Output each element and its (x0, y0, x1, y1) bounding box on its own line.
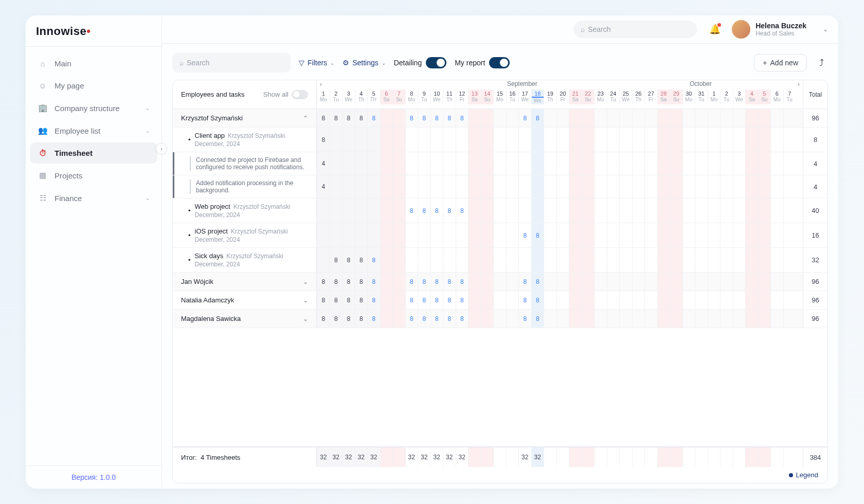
timesheet-cell[interactable] (720, 223, 733, 247)
timesheet-cell[interactable] (569, 109, 582, 127)
timesheet-cell[interactable] (380, 310, 393, 328)
timesheet-cell[interactable] (632, 152, 645, 175)
timesheet-cell[interactable] (708, 248, 721, 272)
day-header[interactable]: 17We (518, 89, 531, 104)
timesheet-cell[interactable] (544, 273, 556, 291)
timesheet-cell[interactable] (644, 128, 657, 152)
timesheet-cell[interactable] (708, 310, 721, 328)
timesheet-cell[interactable] (481, 447, 494, 467)
day-header[interactable]: 5Su (758, 89, 771, 104)
day-header[interactable]: 1Mo (317, 89, 330, 104)
timesheet-cell[interactable] (733, 199, 746, 223)
row-label[interactable]: Natalia Adamczyk⌄ (173, 291, 317, 309)
timesheet-cell[interactable] (544, 175, 556, 198)
timesheet-cell[interactable] (380, 273, 393, 291)
timesheet-cell[interactable] (594, 223, 607, 247)
timesheet-cell[interactable] (342, 223, 355, 247)
timesheet-cell[interactable] (644, 109, 657, 127)
timesheet-cell[interactable] (468, 109, 481, 127)
timesheet-cell[interactable] (619, 310, 632, 328)
timesheet-cell[interactable] (569, 273, 582, 291)
timesheet-cell[interactable] (569, 248, 582, 272)
timesheet-cell[interactable] (367, 199, 380, 223)
timesheet-cell[interactable] (569, 199, 582, 223)
day-header[interactable]: 4Th (355, 89, 368, 104)
timesheet-cell[interactable] (468, 175, 481, 198)
timesheet-cell[interactable]: 8 (418, 291, 430, 309)
timesheet-cell[interactable] (481, 223, 494, 247)
timesheet-cell[interactable] (770, 223, 783, 247)
timesheet-cell[interactable] (695, 447, 708, 467)
timesheet-cell[interactable] (380, 109, 393, 127)
day-header[interactable]: 25We (619, 89, 632, 104)
timesheet-cell[interactable] (657, 128, 670, 152)
day-header[interactable]: 31Tu (695, 89, 708, 104)
timesheet-cell[interactable] (518, 152, 531, 175)
timesheet-cell[interactable] (367, 175, 380, 198)
timesheet-cell[interactable] (632, 310, 645, 328)
timesheet-cell[interactable] (544, 310, 556, 328)
timesheet-cell[interactable] (392, 248, 405, 272)
timesheet-cell[interactable] (745, 273, 758, 291)
timesheet-cell[interactable]: 8 (418, 199, 430, 223)
global-search-input[interactable]: ⌕ Search (573, 21, 697, 38)
timesheet-cell[interactable] (506, 273, 519, 291)
timesheet-cell[interactable] (443, 128, 456, 152)
timesheet-cell[interactable] (594, 199, 607, 223)
timesheet-cell[interactable] (556, 310, 569, 328)
timesheet-cell[interactable] (518, 175, 531, 198)
timesheet-cell[interactable]: 8 (355, 273, 368, 291)
timesheet-cell[interactable] (733, 310, 746, 328)
timesheet-cell[interactable]: 32 (342, 447, 355, 467)
timesheet-cell[interactable] (708, 223, 721, 247)
timesheet-cell[interactable] (644, 310, 657, 328)
timesheet-cell[interactable] (481, 273, 494, 291)
row-label[interactable]: Krzysztof Szymański⌃ (173, 109, 317, 127)
timesheet-cell[interactable] (670, 109, 682, 127)
timesheet-cell[interactable] (745, 128, 758, 152)
timesheet-cell[interactable] (569, 223, 582, 247)
timesheet-cell[interactable] (493, 152, 506, 175)
timesheet-cell[interactable] (330, 152, 343, 175)
timesheet-cell[interactable] (544, 128, 556, 152)
show-all-toggle[interactable] (292, 90, 308, 99)
timesheet-cell[interactable] (770, 128, 783, 152)
timesheet-cell[interactable] (405, 223, 418, 247)
timesheet-cell[interactable]: 32 (531, 447, 544, 467)
timesheet-cell[interactable] (720, 175, 733, 198)
timesheet-cell[interactable]: 8 (518, 273, 531, 291)
timesheet-cell[interactable] (405, 152, 418, 175)
timesheet-cell[interactable] (607, 248, 620, 272)
timesheet-cell[interactable] (644, 223, 657, 247)
timesheet-cell[interactable] (708, 447, 721, 467)
timesheet-cell[interactable] (619, 152, 632, 175)
timesheet-cell[interactable] (657, 152, 670, 175)
timesheet-cell[interactable] (733, 175, 746, 198)
timesheet-cell[interactable] (330, 175, 343, 198)
timesheet-cell[interactable]: 8 (456, 310, 469, 328)
timesheet-cell[interactable] (418, 223, 430, 247)
timesheet-cell[interactable] (380, 128, 393, 152)
timesheet-cell[interactable] (569, 447, 582, 467)
timesheet-cell[interactable] (745, 223, 758, 247)
timesheet-cell[interactable] (468, 248, 481, 272)
timesheet-cell[interactable] (342, 128, 355, 152)
timesheet-cell[interactable] (493, 109, 506, 127)
timesheet-cell[interactable] (619, 291, 632, 309)
timesheet-cell[interactable] (481, 109, 494, 127)
timesheet-cell[interactable] (695, 152, 708, 175)
timesheet-cell[interactable] (670, 273, 682, 291)
timesheet-cell[interactable] (380, 291, 393, 309)
timesheet-cell[interactable] (481, 248, 494, 272)
day-header[interactable]: 9Tu (418, 89, 430, 104)
timesheet-cell[interactable]: 32 (456, 447, 469, 467)
timesheet-cell[interactable] (607, 223, 620, 247)
timesheet-cell[interactable]: 4 (317, 175, 330, 198)
timesheet-cell[interactable]: 8 (418, 273, 430, 291)
timesheet-cell[interactable]: 8 (456, 199, 469, 223)
timesheet-cell[interactable] (770, 199, 783, 223)
timesheet-cell[interactable]: 8 (456, 109, 469, 127)
timesheet-cell[interactable] (456, 175, 469, 198)
day-header[interactable]: 5Пт (367, 89, 380, 104)
timesheet-cell[interactable] (720, 447, 733, 467)
